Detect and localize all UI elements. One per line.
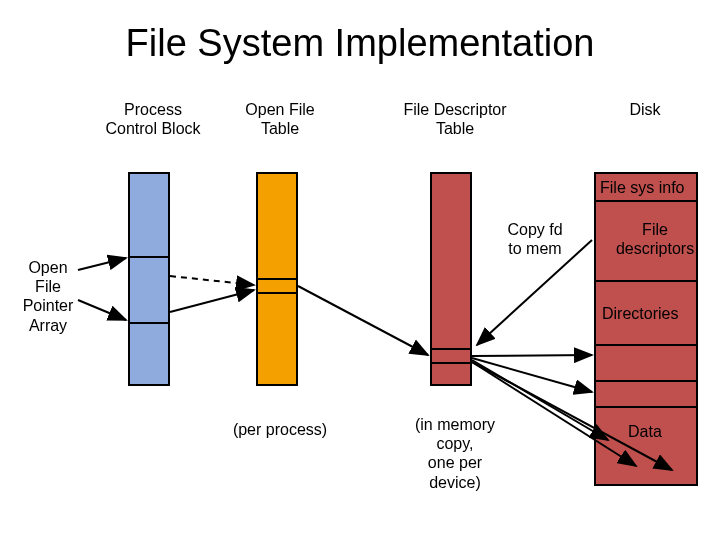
svg-line-1: [78, 300, 126, 320]
disk-divider-5: [594, 406, 698, 408]
oft-divider-2: [256, 292, 298, 294]
fdt-column: [430, 172, 472, 386]
disk-filedesc-label: Filedescriptors: [610, 220, 700, 258]
pcb-divider-2: [128, 322, 170, 324]
svg-line-4: [298, 286, 428, 355]
label-open-file-pointer-array: OpenFilePointerArray: [18, 258, 78, 335]
disk-divider-4: [594, 380, 698, 382]
svg-line-6: [472, 355, 592, 356]
disk-fsinfo-label: File sys info: [600, 178, 700, 197]
fdt-divider-2: [430, 362, 472, 364]
svg-line-0: [78, 258, 126, 270]
label-fdt: File DescriptorTable: [395, 100, 515, 138]
label-in-memory: (in memorycopy,one perdevice): [400, 415, 510, 492]
svg-line-7: [472, 358, 592, 392]
oft-divider-1: [256, 278, 298, 280]
disk-data-label: Data: [628, 422, 688, 441]
pcb-column: [128, 172, 170, 386]
disk-dirs-label: Directories: [602, 304, 702, 323]
disk-divider-1: [594, 200, 698, 202]
label-per-process: (per process): [225, 420, 335, 439]
slide-title: File System Implementation: [0, 22, 720, 65]
svg-line-2: [170, 276, 254, 285]
disk-divider-2: [594, 280, 698, 282]
label-oft: Open FileTable: [230, 100, 330, 138]
svg-line-3: [170, 290, 254, 312]
disk-divider-3: [594, 344, 698, 346]
fdt-divider-1: [430, 348, 472, 350]
label-pcb: ProcessControl Block: [98, 100, 208, 138]
label-copy-fd: Copy fdto mem: [500, 220, 570, 258]
pcb-divider-1: [128, 256, 170, 258]
label-disk: Disk: [605, 100, 685, 119]
